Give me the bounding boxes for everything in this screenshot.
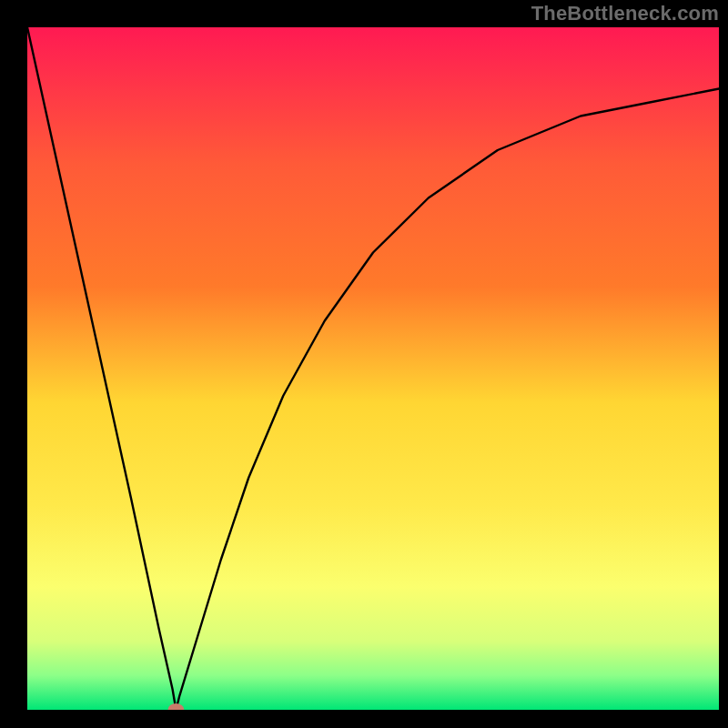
chart-container: TheBottleneck.com: [0, 0, 728, 728]
plot-background: [27, 27, 719, 710]
chart-svg: [0, 0, 728, 728]
watermark-text: TheBottleneck.com: [531, 2, 719, 25]
